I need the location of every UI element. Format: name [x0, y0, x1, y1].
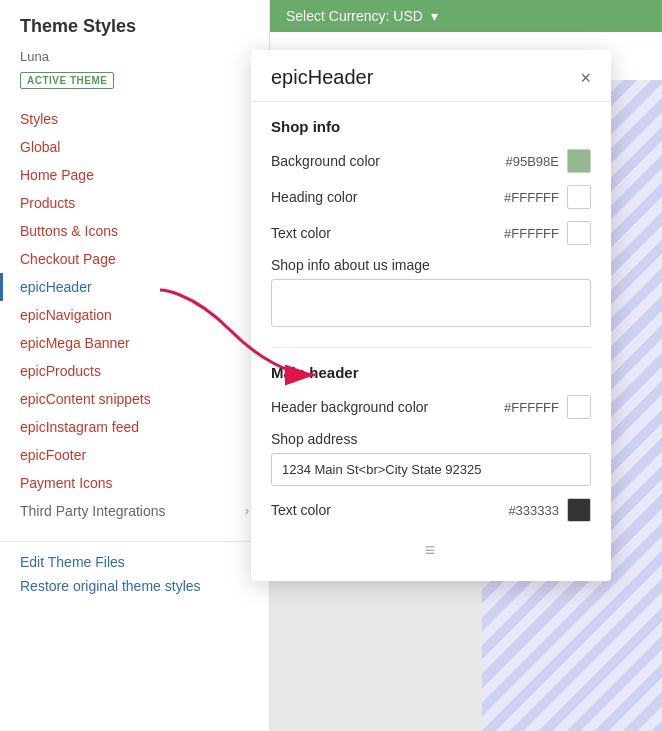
- main-text-color-value-group: #333333: [508, 498, 591, 522]
- shop-address-field: Shop address: [271, 431, 591, 498]
- heading-color-label: Heading color: [271, 189, 357, 205]
- shop-info-image-field: Shop info about us image: [271, 257, 591, 327]
- header-bg-color-label: Header background color: [271, 399, 428, 415]
- header-bg-color-value-group: #FFFFFF: [504, 395, 591, 419]
- text-color-hex: #FFFFFF: [504, 226, 559, 241]
- header-bg-color-hex: #FFFFFF: [504, 400, 559, 415]
- background-color-hex: #95B98E: [506, 154, 560, 169]
- heading-color-row: Heading color #FFFFFF: [271, 185, 591, 209]
- main-text-color-hex: #333333: [508, 503, 559, 518]
- shop-info-image-upload[interactable]: [271, 279, 591, 327]
- modal-close-button[interactable]: ×: [580, 69, 591, 87]
- active-theme-badge: ACTIVE THEME: [20, 72, 114, 89]
- text-color-label: Text color: [271, 225, 331, 241]
- heading-color-hex: #FFFFFF: [504, 190, 559, 205]
- text-color-row: Text color #FFFFFF: [271, 221, 591, 245]
- shop-address-label: Shop address: [271, 431, 591, 447]
- modal-title: epicHeader: [271, 66, 373, 89]
- background-color-row: Background color #95B98E: [271, 149, 591, 173]
- main-text-color-swatch[interactable]: [567, 498, 591, 522]
- shop-info-image-label: Shop info about us image: [271, 257, 591, 273]
- background-color-label: Background color: [271, 153, 380, 169]
- heading-color-value-group: #FFFFFF: [504, 185, 591, 209]
- main-header-section-title: Main header: [271, 364, 591, 381]
- main-text-color-row: Text color #333333: [271, 498, 591, 522]
- header-bg-color-row: Header background color #FFFFFF: [271, 395, 591, 419]
- main-text-color-label: Text color: [271, 502, 331, 518]
- section-divider: [271, 347, 591, 348]
- header-bg-color-swatch[interactable]: [567, 395, 591, 419]
- modal-drag-handle: ≡: [271, 534, 591, 565]
- modal-header: epicHeader ×: [251, 50, 611, 102]
- modal-overlay: epicHeader × Shop info Background color …: [200, 0, 662, 731]
- modal-epicheader: epicHeader × Shop info Background color …: [251, 50, 611, 581]
- shop-info-section-title: Shop info: [271, 118, 591, 135]
- text-color-swatch[interactable]: [567, 221, 591, 245]
- background-color-value-group: #95B98E: [506, 149, 592, 173]
- heading-color-swatch[interactable]: [567, 185, 591, 209]
- text-color-value-group: #FFFFFF: [504, 221, 591, 245]
- shop-address-input[interactable]: [271, 453, 591, 486]
- modal-body: Shop info Background color #95B98E Headi…: [251, 102, 611, 581]
- background-color-swatch[interactable]: [567, 149, 591, 173]
